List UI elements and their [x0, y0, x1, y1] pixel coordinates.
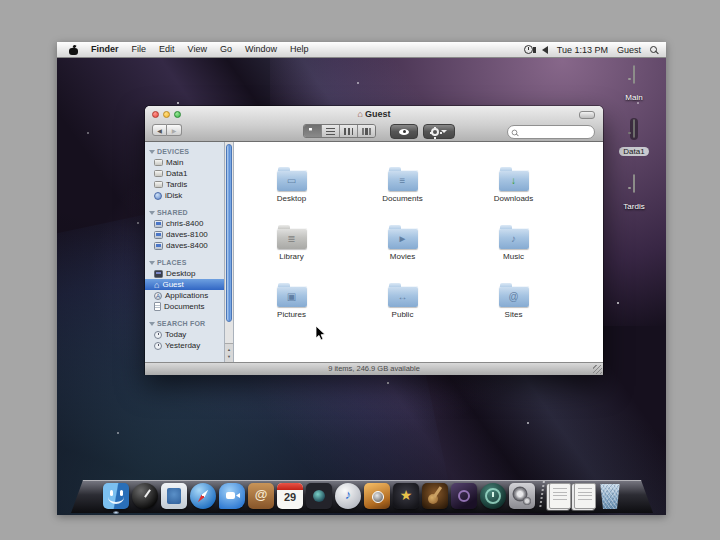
hard-drive-icon [154, 170, 163, 177]
ichat-dock-icon[interactable] [219, 483, 245, 509]
sidebar-item-tardis[interactable]: Tardis [145, 179, 224, 190]
ical-day-number: 29 [277, 491, 303, 503]
sidebar-item-documents[interactable]: Documents [145, 301, 224, 312]
sidebar-item-desktop[interactable]: Desktop [145, 268, 224, 279]
desktop-icon [154, 270, 163, 278]
apple-menu-icon[interactable] [69, 45, 78, 55]
list-view-button[interactable] [321, 125, 339, 137]
downloads-stack-dock-icon[interactable] [574, 483, 596, 509]
history-menu-extra-icon[interactable] [524, 45, 533, 54]
finder-window: ⌂Guest ◀ ▶ [145, 106, 603, 374]
sidebar: DEVICES Main Data1 Tardis iDisk SHARED c… [145, 142, 225, 362]
sidebar-item-guest[interactable]: ⌂Guest [145, 279, 224, 290]
folder-public-icon: ↔ [388, 286, 418, 307]
sidebar-scrollbar[interactable]: ▲▼ [225, 142, 234, 362]
volume-icon[interactable] [542, 46, 548, 54]
menu-help[interactable]: Help [290, 42, 309, 57]
sidebar-item-idisk[interactable]: iDisk [145, 190, 224, 201]
hard-drive-icon [154, 181, 163, 188]
folder-music-icon: ♪ [499, 228, 529, 249]
ical-dock-icon[interactable]: 29 [277, 483, 303, 509]
applications-icon: A [154, 292, 162, 300]
garageband-dock-icon[interactable] [422, 483, 448, 509]
section-header[interactable]: SHARED [145, 207, 224, 218]
folder-music[interactable]: ♪Music [458, 208, 569, 266]
forward-button[interactable]: ▶ [167, 124, 182, 136]
sidebar-item-daves-8100[interactable]: daves-8100 [145, 229, 224, 240]
section-header[interactable]: DEVICES [145, 146, 224, 157]
folder-downloads[interactable]: ↓Downloads [458, 150, 569, 208]
scrollbar-thumb[interactable] [226, 144, 232, 322]
menu-window[interactable]: Window [245, 42, 277, 57]
search-input[interactable] [518, 127, 588, 137]
fast-user-switch-label[interactable]: Guest [617, 45, 641, 55]
menu-file[interactable]: File [132, 42, 147, 57]
sidebar-item-applications[interactable]: AApplications [145, 290, 224, 301]
folder-movies[interactable]: ►Movies [347, 208, 458, 266]
imovie-dock-icon[interactable] [393, 483, 419, 509]
idvd-dock-icon[interactable] [451, 483, 477, 509]
mouse-cursor [315, 326, 326, 345]
window-header[interactable]: ⌂Guest ◀ ▶ [145, 106, 603, 142]
photo-booth-dock-icon[interactable] [306, 483, 332, 509]
iphoto-dock-icon[interactable] [364, 483, 390, 509]
scrollbar-arrows[interactable]: ▲▼ [225, 343, 233, 362]
quick-look-button[interactable] [390, 124, 418, 139]
back-button[interactable]: ◀ [152, 124, 167, 136]
folder-library[interactable]: ≣Library [236, 208, 347, 266]
folder-sites[interactable]: @Sites [458, 266, 569, 324]
folder-public[interactable]: ↔Public [347, 266, 458, 324]
dashboard-dock-icon[interactable] [132, 483, 158, 509]
folder-desktop[interactable]: ▭Desktop [236, 150, 347, 208]
sidebar-item-today[interactable]: Today [145, 329, 224, 340]
folder-grid: ▭Desktop ≡Documents ↓Downloads ≣Library … [234, 142, 603, 324]
title-bar[interactable]: ⌂Guest [145, 106, 603, 122]
sidebar-item-main[interactable]: Main [145, 157, 224, 168]
resize-grip[interactable] [593, 365, 602, 374]
icon-view-button[interactable] [304, 125, 321, 137]
content-area[interactable]: ▭Desktop ≡Documents ↓Downloads ≣Library … [234, 142, 603, 362]
documents-stack-dock-icon[interactable] [549, 483, 571, 509]
search-field[interactable] [507, 125, 595, 139]
sidebar-section-search-for: SEARCH FOR Today Yesterday [145, 318, 224, 351]
dock-separator [538, 481, 546, 509]
coverflow-view-button[interactable] [357, 125, 375, 137]
menu-edit[interactable]: Edit [159, 42, 175, 57]
menu-finder[interactable]: Finder [91, 42, 119, 57]
folder-documents[interactable]: ≡Documents [347, 150, 458, 208]
desktop-icon-label: Data1 [619, 147, 648, 156]
spotlight-icon[interactable] [650, 46, 657, 53]
disclosure-triangle-icon [149, 211, 155, 215]
sidebar-item-data1[interactable]: Data1 [145, 168, 224, 179]
itunes-dock-icon[interactable] [335, 483, 361, 509]
address-book-dock-icon[interactable] [248, 483, 274, 509]
system-preferences-dock-icon[interactable] [509, 483, 535, 509]
desktop-icon-data1[interactable]: Data1 [605, 118, 663, 158]
mail-dock-icon[interactable] [161, 483, 187, 509]
desktop-icon-tardis[interactable]: Tardis [605, 173, 663, 213]
sidebar-item-chris-8400[interactable]: chris-8400 [145, 218, 224, 229]
view-mode-segmented-control [303, 124, 376, 138]
toolbar-toggle-button[interactable] [579, 111, 595, 119]
column-view-button[interactable] [339, 125, 357, 137]
sidebar-item-daves-8400[interactable]: daves-8400 [145, 240, 224, 251]
trash-dock-icon[interactable] [599, 484, 621, 509]
section-header[interactable]: SEARCH FOR [145, 318, 224, 329]
sidebar-item-yesterday[interactable]: Yesterday [145, 340, 224, 351]
ical-red-band [277, 483, 303, 490]
action-button[interactable] [423, 124, 455, 139]
desktop-icon-main[interactable]: Main [605, 64, 663, 104]
finder-dock-icon[interactable] [103, 483, 129, 509]
idisk-icon [154, 192, 162, 200]
menu-go[interactable]: Go [220, 42, 232, 57]
status-text: 9 items, 246.9 GB available [328, 364, 420, 373]
menu-view[interactable]: View [188, 42, 207, 57]
section-header[interactable]: PLACES [145, 257, 224, 268]
shared-computer-icon [154, 242, 163, 250]
time-machine-dock-icon[interactable] [480, 483, 506, 509]
folder-downloads-icon: ↓ [499, 170, 529, 191]
menu-clock[interactable]: Tue 1:13 PM [557, 45, 608, 55]
window-title: ⌂Guest [145, 109, 603, 119]
safari-dock-icon[interactable] [190, 483, 216, 509]
folder-pictures[interactable]: ▣Pictures [236, 266, 347, 324]
